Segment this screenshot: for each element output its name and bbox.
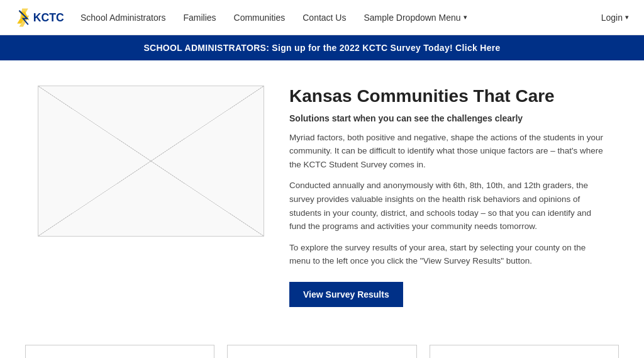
hero-content: Kansas Communities That Care Solutions s… bbox=[289, 86, 606, 307]
nav-contact-us[interactable]: Contact Us bbox=[303, 13, 346, 23]
nav-links: School Administrators Families Communiti… bbox=[80, 13, 601, 23]
view-survey-results-button[interactable]: View Survey Results bbox=[289, 282, 403, 307]
hero-section: Kansas Communities That Care Solutions s… bbox=[0, 60, 644, 332]
navbar: KCTC School Administrators Families Comm… bbox=[0, 0, 644, 35]
announcement-banner[interactable]: SCHOOL ADMINISTRATORS: Sign up for the 2… bbox=[0, 35, 644, 60]
hero-title: Kansas Communities That Care bbox=[289, 86, 606, 107]
nav-school-administrators[interactable]: School Administrators bbox=[80, 13, 165, 23]
nav-families[interactable]: Families bbox=[183, 13, 216, 23]
hero-subtitle: Solutions start when you can see the cha… bbox=[289, 113, 606, 123]
hero-body-2: Conducted annually and anonymously with … bbox=[289, 179, 606, 233]
hero-body-3: To explore the survey results of your ar… bbox=[289, 241, 606, 268]
hero-body-1: Myriad factors, both positive and negati… bbox=[289, 131, 606, 172]
communities-card: Communities Find out risk and protective… bbox=[430, 345, 619, 358]
school-administrators-card: School Administrators Gain a window into… bbox=[25, 345, 214, 358]
hero-image bbox=[38, 86, 264, 237]
families-card: Families See how students like yours vie… bbox=[227, 345, 416, 358]
svg-text:KCTC: KCTC bbox=[33, 11, 64, 24]
nav-communities[interactable]: Communities bbox=[234, 13, 286, 23]
login-button[interactable]: Login bbox=[601, 13, 629, 23]
nav-sample-dropdown[interactable]: Sample Dropdown Menu bbox=[364, 13, 467, 23]
cards-section: School Administrators Gain a window into… bbox=[0, 332, 644, 358]
logo[interactable]: KCTC bbox=[15, 5, 65, 30]
